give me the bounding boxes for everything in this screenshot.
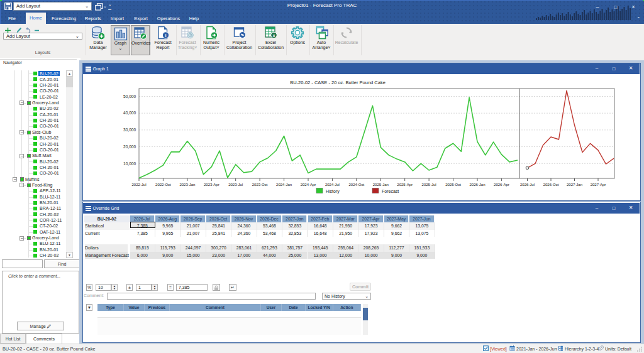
svg-text:2024-Apr: 2024-Apr xyxy=(301,183,316,187)
svg-text:2022-Oct: 2022-Oct xyxy=(155,183,171,187)
svg-text:2023-Jul: 2023-Jul xyxy=(228,183,243,187)
svg-text:2025-Jan: 2025-Jan xyxy=(373,183,389,187)
svg-text:2024-Oct: 2024-Oct xyxy=(348,183,364,187)
svg-text:Forecast: Forecast xyxy=(382,189,399,193)
svg-text:i: i xyxy=(165,33,166,38)
svg-text:2026-Oct: 2026-Oct xyxy=(543,183,559,187)
svg-text:50,000: 50,000 xyxy=(123,94,136,99)
svg-text:2024-Jul: 2024-Jul xyxy=(325,183,340,187)
svg-text:2026-Apr: 2026-Apr xyxy=(494,183,509,187)
svg-text:2024-Jan: 2024-Jan xyxy=(276,183,292,187)
svg-text:30,000: 30,000 xyxy=(123,128,136,132)
svg-text:2023-Oct: 2023-Oct xyxy=(252,183,268,187)
svg-text:2023-Apr: 2023-Apr xyxy=(204,183,219,187)
svg-text:10,000: 10,000 xyxy=(123,161,136,166)
svg-text:2027-Jan: 2027-Jan xyxy=(567,183,582,187)
svg-text:2025-Oct: 2025-Oct xyxy=(445,183,461,187)
svg-text:BU-20-02 - CASE - 20 oz. Butte: BU-20-02 - CASE - 20 oz. Butter Pound Ca… xyxy=(290,80,386,85)
svg-text:20,000: 20,000 xyxy=(123,144,136,149)
svg-text:2022-Jul: 2022-Jul xyxy=(131,183,146,187)
svg-text:History: History xyxy=(326,189,340,194)
svg-text:40,000: 40,000 xyxy=(123,111,136,115)
svg-text:2025-Jul: 2025-Jul xyxy=(422,183,436,187)
svg-text:2026-Jul: 2026-Jul xyxy=(520,183,535,187)
svg-text:2026-Jan: 2026-Jan xyxy=(469,183,485,187)
svg-text:2025-Apr: 2025-Apr xyxy=(397,183,413,187)
svg-text:2027-Apr: 2027-Apr xyxy=(591,183,606,187)
svg-text:2023-Jan: 2023-Jan xyxy=(179,183,195,187)
